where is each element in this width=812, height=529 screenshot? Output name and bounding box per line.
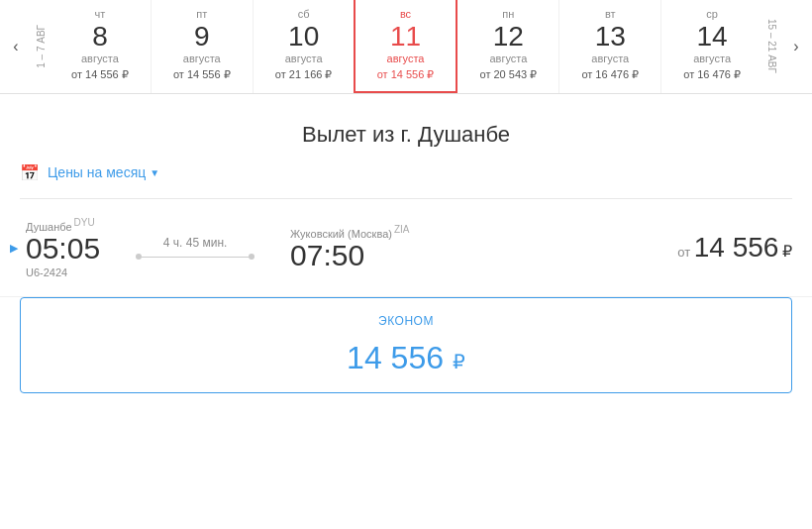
day-cell-mon[interactable]: пн 12 августа от 20 543 ₽ [457, 0, 558, 93]
tariff-label: ЭКОНОМ [41, 314, 771, 328]
arrival-time: 07:50 [290, 239, 409, 271]
duration-text: 4 ч. 45 мин. [163, 236, 228, 250]
departure-city: ДушанбеDYU [26, 217, 100, 233]
flight-card: ▶ ДушанбеDYU 05:05 U6-2424 4 ч. 45 мин. … [0, 199, 812, 298]
calendar-strip: ‹ 1 – 7 АВГ чт 8 августа от 14 556 ₽ пт … [0, 0, 812, 94]
day-number: 11 [390, 22, 421, 53]
day-dow: пт [196, 8, 207, 20]
day-cell-tue[interactable]: вт 13 августа от 16 476 ₽ [558, 0, 660, 93]
filter-label: Цены на месяц [48, 164, 146, 180]
flight-price-block: от 14 556 ₽ [677, 232, 792, 264]
week-label-left: 1 – 7 АВГ [32, 0, 50, 93]
day-dow: сб [298, 8, 310, 20]
day-cell-thu[interactable]: чт 8 августа от 14 556 ₽ [50, 0, 151, 93]
day-dow: ср [706, 8, 718, 20]
day-number: 8 [92, 22, 108, 53]
month-prices-button[interactable]: Цены на месяц ▼ [48, 164, 159, 180]
day-price: от 14 556 ₽ [71, 68, 129, 81]
day-dow: чт [95, 8, 106, 20]
day-month: августа [693, 53, 731, 64]
arrival-block: Жуковский (Москва)ZIA 07:50 [290, 224, 409, 272]
day-price: от 16 476 ₽ [581, 68, 639, 81]
flight-number: U6-2424 [26, 266, 100, 278]
day-dow: пн [502, 8, 514, 20]
day-cell-sat[interactable]: сб 10 августа от 21 166 ₽ [253, 0, 355, 93]
day-month: августа [285, 53, 323, 64]
chevron-down-icon: ▼ [150, 167, 159, 178]
day-month: августа [183, 53, 221, 64]
day-cell-fri[interactable]: пт 9 августа от 14 556 ₽ [151, 0, 253, 93]
flight-currency: ₽ [782, 243, 792, 260]
day-number: 9 [194, 22, 210, 53]
departure-time: 05:05 [26, 232, 100, 264]
day-price: от 21 166 ₽ [275, 68, 333, 81]
calendar-filter-icon: 📅 [20, 163, 40, 182]
day-month: августа [387, 53, 425, 64]
duration-block: 4 ч. 45 мин. [136, 236, 254, 260]
flight-direction-icon: ▶ [10, 242, 18, 255]
day-month: августа [489, 53, 527, 64]
tariff-section[interactable]: ЭКОНОМ 14 556 ₽ [20, 297, 792, 393]
duration-line [136, 254, 254, 260]
page-title: Вылет из г. Душанбе [0, 122, 812, 148]
day-number: 13 [595, 22, 626, 53]
departure-code: DYU [74, 217, 95, 228]
arrival-city: Жуковский (Москва)ZIA [290, 224, 409, 240]
day-month: августа [591, 53, 629, 64]
day-number: 10 [288, 22, 319, 53]
day-number: 12 [493, 22, 524, 53]
tariff-currency: ₽ [453, 351, 465, 372]
day-price: от 16 476 ₽ [683, 68, 741, 81]
filter-bar: 📅 Цены на месяц ▼ [0, 163, 812, 198]
flight-price-value: 14 556 [694, 232, 779, 263]
page-title-section: Вылет из г. Душанбе [0, 94, 812, 163]
arrival-code: ZIA [394, 224, 410, 235]
day-number: 14 [697, 22, 728, 53]
duration-dot-right [249, 254, 254, 260]
day-cell-sun[interactable]: вс 11 августа от 14 556 ₽ [354, 0, 458, 93]
tariff-price: 14 556 ₽ [41, 340, 771, 376]
days-container: чт 8 августа от 14 556 ₽ пт 9 августа от… [50, 0, 762, 93]
duration-line-bar [142, 257, 249, 258]
price-from-label: от [677, 245, 690, 260]
day-cell-wed[interactable]: ср 14 августа от 16 476 ₽ [660, 0, 762, 93]
flight-info: ДушанбеDYU 05:05 U6-2424 4 ч. 45 мин. Жу… [26, 217, 677, 279]
prev-week-arrow[interactable]: ‹ [0, 0, 32, 93]
day-dow: вс [400, 8, 411, 20]
departure-block: ДушанбеDYU 05:05 U6-2424 [26, 217, 100, 279]
day-month: августа [81, 53, 119, 64]
day-price: от 14 556 ₽ [173, 68, 231, 81]
day-price: от 20 543 ₽ [480, 68, 538, 81]
day-price: от 14 556 ₽ [377, 68, 435, 81]
week-label-right: 15 – 21 АВГ [762, 0, 780, 93]
day-dow: вт [605, 8, 616, 20]
next-week-arrow[interactable]: › [780, 0, 812, 93]
